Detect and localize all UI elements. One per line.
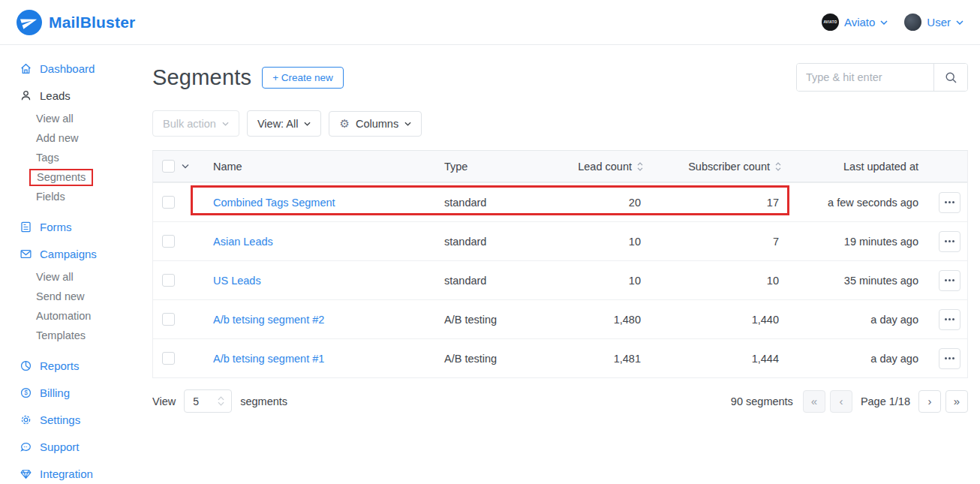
column-header-name[interactable]: Name	[204, 161, 432, 173]
chat-bubble-icon	[20, 440, 32, 453]
segment-name-link[interactable]: Asian Leads	[213, 236, 273, 248]
sidebar-item-label: Templates	[36, 329, 86, 341]
row-actions-button[interactable]	[939, 348, 960, 369]
sidebar-item-leads-view-all[interactable]: View all	[0, 109, 152, 128]
row-actions-button[interactable]	[939, 309, 960, 330]
row-checkbox[interactable]	[162, 313, 175, 326]
bulk-action-button[interactable]: Bulk action	[152, 110, 239, 137]
table-row: A/b tetsing segment #1 A/B testing 1,481…	[153, 338, 967, 377]
pie-chart-icon	[20, 359, 32, 372]
row-actions-button[interactable]	[939, 231, 960, 252]
sidebar-item-leads[interactable]: Leads	[0, 82, 152, 109]
double-chevron-left-icon: «	[811, 395, 817, 407]
chevron-down-icon	[956, 20, 963, 25]
chevron-down-icon	[304, 122, 311, 126]
stepper-arrows-icon[interactable]	[218, 396, 231, 406]
brand-logo[interactable]: MailBluster	[17, 10, 135, 35]
last-updated: a few seconds ago	[785, 197, 932, 209]
sidebar-item-automation[interactable]: Automation	[0, 306, 152, 326]
ellipsis-icon	[945, 357, 947, 359]
search-button[interactable]	[933, 64, 967, 91]
sidebar-item-billing[interactable]: $ Billing	[0, 379, 152, 406]
segment-name-link[interactable]: Combined Tags Segment	[213, 197, 335, 209]
user-avatar	[904, 14, 921, 31]
page-indicator: Page 1/18	[861, 395, 910, 407]
column-header-type[interactable]: Type	[432, 161, 567, 173]
sort-icon	[774, 161, 782, 172]
sidebar-item-add-new[interactable]: Add new	[0, 128, 152, 148]
segment-type: standard	[432, 275, 567, 287]
ellipsis-icon	[945, 318, 947, 320]
columns-button[interactable]: ⚙ Columns	[329, 111, 422, 137]
total-segments-label: 90 segments	[731, 395, 793, 407]
sidebar-item-integration[interactable]: Integration	[0, 460, 152, 484]
last-page-button[interactable]: »	[945, 390, 968, 413]
view-filter-label: View: All	[257, 118, 299, 130]
sidebar-item-dashboard[interactable]: Dashboard	[0, 55, 152, 82]
select-all-checkbox[interactable]	[162, 160, 175, 173]
sidebar-item-campaigns-view-all[interactable]: View all	[0, 267, 152, 287]
table-header-row: Name Type Lead count Subscriber count La…	[153, 151, 967, 182]
create-new-button[interactable]: + Create new	[262, 67, 344, 89]
top-navbar: MailBluster AVIATO Aviato User	[0, 0, 980, 45]
row-checkbox[interactable]	[162, 352, 175, 365]
segment-type: standard	[432, 236, 567, 248]
search-icon	[945, 71, 957, 84]
sidebar-item-send-new[interactable]: Send new	[0, 287, 152, 306]
sidebar-item-fields[interactable]: Fields	[0, 187, 152, 206]
lead-count: 10	[567, 275, 647, 287]
sidebar-item-label: Send new	[36, 290, 85, 302]
first-page-button[interactable]: «	[803, 390, 825, 413]
table-row: Combined Tags Segment standard 20 17 a f…	[153, 182, 967, 221]
sidebar-item-forms[interactable]: Forms	[0, 213, 152, 240]
table-row: Asian Leads standard 10 7 19 minutes ago	[153, 221, 967, 260]
sidebar-item-label: Tags	[36, 152, 59, 164]
subscriber-count: 7	[647, 236, 785, 248]
search-input[interactable]	[797, 64, 933, 91]
view-filter-button[interactable]: View: All	[247, 110, 322, 137]
sidebar-item-tags[interactable]: Tags	[0, 148, 152, 167]
row-checkbox[interactable]	[162, 274, 175, 287]
columns-label: Columns	[356, 118, 398, 130]
sidebar-item-segments[interactable]: Segments	[0, 167, 152, 187]
row-actions-button[interactable]	[939, 192, 960, 213]
sidebar: Dashboard Leads View all Add new Tags Se…	[0, 45, 152, 484]
subscriber-count: 17	[647, 197, 785, 209]
next-page-button[interactable]: ›	[918, 390, 941, 413]
sidebar-item-templates[interactable]: Templates	[0, 326, 152, 345]
envelope-icon	[20, 248, 32, 260]
segment-name-link[interactable]: A/b tetsing segment #2	[213, 314, 324, 326]
row-checkbox[interactable]	[162, 235, 175, 248]
sidebar-item-label: Forms	[40, 221, 72, 233]
segment-name-link[interactable]: A/b tetsing segment #1	[213, 353, 324, 365]
sidebar-item-support[interactable]: Support	[0, 433, 152, 460]
segment-name-link[interactable]: US Leads	[213, 275, 261, 287]
lead-count: 1,480	[567, 314, 647, 326]
last-updated: a day ago	[785, 314, 932, 326]
chevron-down-icon	[404, 122, 411, 126]
sidebar-item-reports[interactable]: Reports	[0, 352, 152, 379]
column-header-last-updated: Last updated at	[785, 161, 932, 173]
chevron-left-icon: ‹	[839, 395, 843, 407]
form-icon	[20, 221, 32, 233]
column-header-subscriber-count[interactable]: Subscriber count	[647, 161, 785, 173]
last-updated: 35 minutes ago	[785, 275, 932, 287]
select-dropdown-icon[interactable]	[182, 164, 189, 169]
account-menu-aviato[interactable]: AVIATO Aviato	[822, 14, 888, 31]
row-checkbox[interactable]	[162, 196, 175, 209]
ellipsis-icon	[945, 279, 947, 281]
aviato-avatar: AVIATO	[822, 14, 839, 31]
account-menu-user[interactable]: User	[904, 14, 963, 31]
sidebar-item-campaigns[interactable]: Campaigns	[0, 240, 152, 267]
sidebar-item-settings[interactable]: Settings	[0, 406, 152, 433]
segment-type: standard	[432, 197, 567, 209]
last-updated: 19 minutes ago	[785, 236, 932, 248]
prev-page-button[interactable]: ‹	[830, 390, 852, 413]
column-header-label: Subscriber count	[688, 161, 770, 173]
dollar-circle-icon: $	[20, 386, 32, 399]
per-page-stepper[interactable]: 5	[184, 389, 232, 413]
chevron-down-icon	[222, 122, 229, 126]
row-actions-button[interactable]	[939, 270, 960, 291]
nav-right: AVIATO Aviato User	[822, 14, 963, 31]
column-header-lead-count[interactable]: Lead count	[567, 161, 647, 173]
